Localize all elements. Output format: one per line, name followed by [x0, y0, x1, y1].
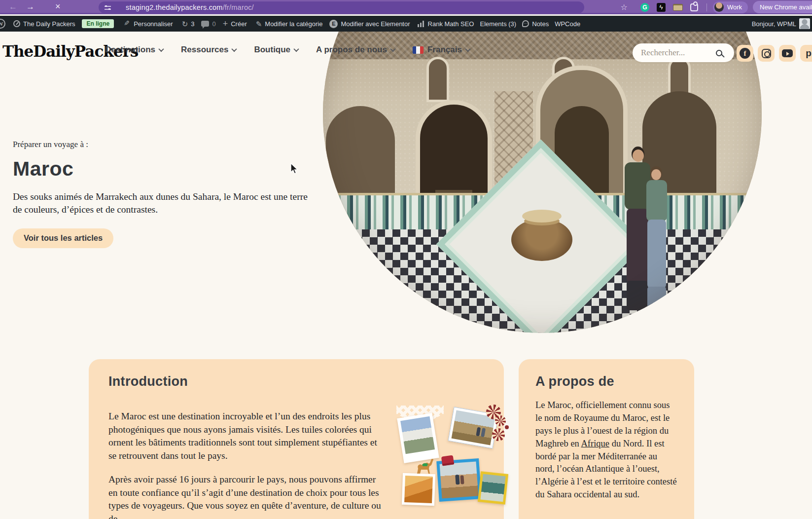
hero-kicker: Préparer un voyage à :	[13, 140, 314, 149]
facebook-link[interactable]: f	[737, 45, 753, 62]
wpcode-menu[interactable]: WPCode	[555, 20, 580, 28]
elementor-menu[interactable]: E Modifier avec Elementor	[329, 20, 410, 28]
grammarly-extension-icon[interactable]: G	[640, 3, 649, 12]
rank-math-menu[interactable]: Rank Math SEO	[417, 20, 474, 28]
url-path: /fr/maroc/	[223, 3, 254, 11]
forward-icon[interactable]: →	[26, 2, 35, 11]
pinterest-icon: p	[806, 48, 812, 59]
wallet-extension-icon[interactable]	[673, 4, 683, 11]
comments-menu[interactable]: 0	[201, 20, 215, 28]
pencil-icon: ✎	[256, 20, 262, 28]
photo-courtyard	[478, 471, 508, 505]
search-box[interactable]	[633, 43, 734, 62]
profile-avatar	[714, 2, 724, 12]
elementor-label: Modifier avec Elementor	[341, 20, 410, 28]
nav-item-ressources[interactable]: Ressources	[181, 45, 236, 55]
nav-item-boutique[interactable]: Boutique	[254, 45, 298, 55]
updates-menu[interactable]: ↻ 3	[182, 20, 195, 28]
main-navigation: Destinations Ressources Boutique A propo…	[105, 45, 470, 55]
extensions-puzzle-icon[interactable]	[690, 3, 698, 11]
search-input[interactable]	[641, 48, 715, 58]
hero-text-block: Préparer un voyage à : Maroc Des souks a…	[13, 140, 314, 248]
user-avatar	[799, 18, 810, 29]
address-bar[interactable]: staging2.thedailypackers.com/fr/maroc/	[99, 1, 584, 13]
youtube-icon	[782, 49, 793, 57]
wpcode-label: WPCode	[555, 20, 580, 28]
rank-math-label: Rank Math SEO	[428, 20, 474, 28]
stop-icon[interactable]: ×	[55, 2, 61, 11]
back-icon[interactable]: ←	[9, 2, 17, 11]
comments-icon	[201, 21, 209, 27]
browser-profile-button[interactable]: Work	[713, 1, 748, 13]
afrique-link[interactable]: Afrique	[581, 439, 609, 448]
site-name-menu[interactable]: The Daily Packers En ligne	[13, 19, 114, 28]
social-links: f p	[737, 45, 812, 62]
notes-icon: ⋯	[522, 20, 529, 27]
about-card: A propos de Le Maroc, officiellement con…	[519, 359, 694, 519]
bookmark-star-icon[interactable]: ☆	[621, 2, 628, 12]
page-title: Maroc	[13, 157, 314, 181]
wp-admin-bar: W The Daily Packers En ligne Personnalis…	[0, 16, 812, 32]
chevron-down-icon	[158, 46, 164, 52]
url-text[interactable]: staging2.thedailypackers.com/fr/maroc/	[126, 3, 254, 11]
site-settings-icon	[105, 5, 111, 10]
introduction-card: Introduction Le Maroc est une destinatio…	[89, 359, 504, 519]
see-all-articles-button[interactable]: Voir tous les articles	[13, 228, 113, 248]
about-paragraph: Le Maroc, officiellement connu sous le n…	[535, 399, 677, 501]
site-header: TheDailyPackers Destinations Ressources …	[0, 32, 812, 71]
new-content-label: Créer	[231, 20, 247, 28]
introduction-paragraph-2: Après avoir passé 16 jours à parcourir l…	[108, 473, 384, 519]
introduction-paragraph-1: Le Maroc est une destination incroyable …	[108, 410, 384, 462]
camel-illustration	[414, 458, 436, 475]
instagram-icon	[762, 49, 771, 58]
nav-item-language-francais[interactable]: Français	[413, 45, 470, 55]
dashboard-icon	[13, 20, 20, 27]
ornament-dot	[505, 425, 509, 429]
notes-label: Notes	[532, 20, 549, 28]
pinterest-link[interactable]: p	[800, 45, 812, 62]
photo-white-village	[397, 413, 439, 463]
hero-image-morocco-courtyard	[323, 32, 762, 333]
introduction-title: Introduction	[108, 374, 484, 389]
screen: ← → × staging2.thedailypackers.com/fr/ma…	[0, 0, 812, 519]
nav-item-destinations[interactable]: Destinations	[105, 45, 163, 55]
site-name-label: The Daily Packers	[23, 20, 75, 28]
browser-toolbar: ← → × staging2.thedailypackers.com/fr/ma…	[0, 0, 812, 14]
edit-category-menu[interactable]: ✎ Modifier la catégorie	[256, 20, 323, 28]
french-flag-icon	[413, 46, 424, 54]
nav-item-a-propos[interactable]: A propos de nous	[316, 45, 395, 55]
photo-desert-dunes	[402, 473, 435, 506]
chevron-down-icon	[232, 46, 237, 52]
greeting-label: Bonjour, WPML	[752, 20, 796, 28]
online-badge: En ligne	[82, 19, 114, 28]
chrome-update-label: New Chrome availab	[760, 3, 812, 11]
rank-math-icon	[417, 21, 425, 27]
toolbar-right: ☆ G ϟ Work New Chrome availab	[621, 0, 812, 14]
comments-count: 0	[212, 20, 215, 28]
elements-label: Elements (3)	[480, 20, 516, 28]
fez-hat-illustration	[441, 455, 454, 466]
rosette-ornament	[495, 415, 506, 426]
account-menu[interactable]: Bonjour, WPML	[752, 18, 810, 29]
search-icon[interactable]	[716, 50, 722, 56]
about-title: A propos de	[535, 374, 677, 389]
morocco-photo-collage	[381, 412, 498, 501]
site-page: TheDailyPackers Destinations Ressources …	[0, 32, 812, 519]
chevron-down-icon	[390, 46, 395, 52]
elements-menu[interactable]: Elements (3)	[480, 20, 516, 28]
youtube-link[interactable]	[779, 45, 796, 62]
notes-menu[interactable]: ⋯ Notes	[522, 20, 549, 28]
update-icon: ↻	[182, 20, 188, 28]
mouse-cursor	[290, 163, 300, 175]
lightning-extension-icon[interactable]: ϟ	[657, 3, 666, 12]
profile-name: Work	[727, 3, 742, 11]
rosette-ornament	[492, 428, 505, 441]
site-info-button[interactable]	[100, 2, 115, 13]
instagram-link[interactable]	[758, 45, 775, 62]
brush-icon	[124, 20, 131, 27]
chrome-update-button[interactable]: New Chrome availab	[753, 1, 812, 13]
wp-logo-menu[interactable]: W	[0, 19, 5, 29]
customize-menu[interactable]: Personnaliser	[124, 20, 173, 28]
elementor-icon: E	[329, 20, 338, 28]
new-content-menu[interactable]: + Créer	[223, 19, 247, 28]
